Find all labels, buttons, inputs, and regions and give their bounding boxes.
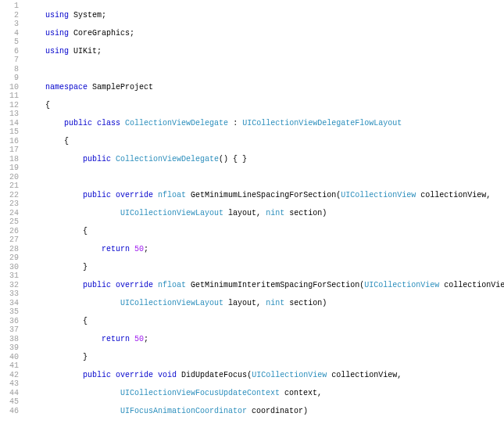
line-number: 43 xyxy=(0,379,19,389)
line-number: 6 xyxy=(0,47,19,56)
line-number: 9 xyxy=(0,74,19,83)
line-number: 28 xyxy=(0,245,19,254)
code-line[interactable]: { xyxy=(27,101,504,110)
line-number: 22 xyxy=(0,191,19,200)
line-number: 31 xyxy=(0,271,19,281)
line-number: 18 xyxy=(0,155,19,164)
code-line[interactable]: public CollectionViewDelegate() { } xyxy=(27,155,504,164)
code-line[interactable]: { xyxy=(27,227,504,236)
line-number: 45 xyxy=(0,397,19,407)
line-number: 41 xyxy=(0,361,19,371)
code-line[interactable]: UICollectionViewFocusUpdateContext conte… xyxy=(27,389,504,398)
line-number: 5 xyxy=(0,38,19,47)
line-number: 4 xyxy=(0,29,19,38)
line-number: 15 xyxy=(0,128,19,137)
code-line[interactable]: { xyxy=(27,137,504,146)
line-number: 42 xyxy=(0,371,19,380)
code-area[interactable]: using System; using CoreGraphics; using … xyxy=(27,2,504,422)
code-line[interactable]: public override nfloat GetMinimumLineSpa… xyxy=(27,191,504,200)
line-number: 34 xyxy=(0,299,19,308)
code-line[interactable]: return 50; xyxy=(27,245,504,254)
line-number: 2 xyxy=(0,11,19,20)
line-number: 11 xyxy=(0,92,19,101)
line-number: 25 xyxy=(0,217,19,227)
line-number: 40 xyxy=(0,353,19,362)
line-number-gutter: 1234567891011121314151617181920212223242… xyxy=(0,2,27,422)
code-line[interactable]: } xyxy=(27,263,504,272)
line-number: 32 xyxy=(0,281,19,290)
code-line[interactable] xyxy=(27,173,504,182)
code-line[interactable]: UIFocusAnimationCoordinator coordinator) xyxy=(27,407,504,416)
line-number: 16 xyxy=(0,137,19,146)
line-number: 23 xyxy=(0,199,19,209)
line-number: 19 xyxy=(0,163,19,173)
code-line[interactable]: using UIKit; xyxy=(27,47,504,56)
line-number: 21 xyxy=(0,181,19,191)
line-number: 13 xyxy=(0,110,19,119)
line-number: 20 xyxy=(0,173,19,182)
line-number: 24 xyxy=(0,209,19,218)
code-line[interactable]: using System; xyxy=(27,11,504,20)
line-number: 44 xyxy=(0,389,19,398)
line-number: 7 xyxy=(0,56,19,65)
code-line[interactable]: public override nfloat GetMinimumInterit… xyxy=(27,281,504,290)
code-line[interactable]: { xyxy=(27,317,504,326)
code-line[interactable]: using CoreGraphics; xyxy=(27,29,504,38)
code-line[interactable]: public override void DidUpdateFocus(UICo… xyxy=(27,371,504,380)
line-number: 39 xyxy=(0,343,19,353)
line-number: 33 xyxy=(0,289,19,299)
line-number: 27 xyxy=(0,235,19,245)
line-number: 14 xyxy=(0,119,19,128)
line-number: 30 xyxy=(0,263,19,272)
line-number: 8 xyxy=(0,65,19,74)
code-line[interactable]: UICollectionViewLayout layout, nint sect… xyxy=(27,299,504,308)
line-number: 26 xyxy=(0,227,19,236)
line-number: 35 xyxy=(0,307,19,317)
line-number: 12 xyxy=(0,101,19,110)
line-number: 17 xyxy=(0,146,19,155)
line-number: 38 xyxy=(0,335,19,344)
code-line[interactable]: namespace SampleProject xyxy=(27,83,504,92)
code-line[interactable]: } xyxy=(27,353,504,362)
code-editor[interactable]: 1234567891011121314151617181920212223242… xyxy=(0,0,504,424)
line-number: 46 xyxy=(0,407,19,416)
line-number: 36 xyxy=(0,317,19,326)
code-line[interactable]: UICollectionViewLayout layout, nint sect… xyxy=(27,209,504,218)
line-number: 3 xyxy=(0,20,19,29)
code-line[interactable]: return 50; xyxy=(27,335,504,344)
code-line[interactable]: public class CollectionViewDelegate : UI… xyxy=(27,119,504,128)
line-number: 1 xyxy=(0,2,19,11)
line-number: 10 xyxy=(0,83,19,92)
code-line[interactable] xyxy=(27,65,504,74)
line-number: 29 xyxy=(0,253,19,263)
line-number: 37 xyxy=(0,325,19,335)
